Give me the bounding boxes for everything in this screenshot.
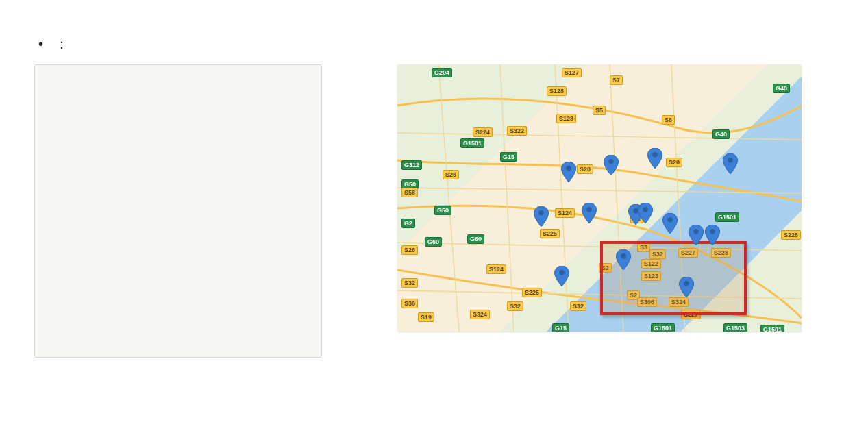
svg-line-5 (397, 133, 802, 140)
map-illustration: G204G40G40G312S127S128S224S322G1501G15G6… (397, 64, 802, 332)
road-shield: S32 (401, 278, 418, 288)
road-shield: S32 (570, 301, 586, 311)
road-shield: G60 (425, 237, 442, 247)
map-pin-icon (679, 277, 694, 297)
road-shield: S6 (662, 115, 675, 125)
road-shield: S124 (486, 264, 506, 274)
svg-point-22 (684, 281, 689, 286)
road-shield: S128 (556, 114, 576, 123)
svg-point-18 (693, 229, 698, 234)
map-pin-icon (705, 225, 720, 245)
svg-line-1 (500, 64, 514, 332)
road-shield: S19 (418, 312, 434, 322)
map-pin-icon (647, 148, 662, 169)
road-shield: G204 (432, 68, 452, 77)
road-shield: S26 (443, 170, 459, 179)
map-pin-icon (662, 213, 678, 234)
road-shield: S324 (470, 310, 490, 319)
road-shield: S58 (401, 188, 418, 197)
road-shield: G1501 (760, 325, 784, 332)
road-shield: G1503 (723, 323, 747, 332)
svg-point-14 (643, 207, 647, 212)
bullet-geo-bounding-box: ： (34, 33, 834, 55)
svg-point-12 (608, 159, 613, 164)
map-pin-icon (554, 266, 569, 286)
map-pin-icon (616, 249, 631, 270)
map-pin-icon (582, 203, 597, 223)
road-shield: S20 (666, 158, 682, 167)
road-shield: G15 (552, 323, 569, 332)
svg-point-20 (621, 253, 625, 258)
road-shield: S322 (507, 126, 527, 136)
svg-point-16 (667, 217, 672, 222)
road-shield: G50 (434, 206, 451, 215)
road-shield: S7 (610, 75, 623, 85)
road-shield: G1501 (460, 138, 484, 148)
road-shield: S36 (401, 299, 418, 308)
road-shield: S225 (522, 288, 542, 297)
road-shield: S20 (577, 164, 593, 174)
map-pin-icon (638, 203, 653, 223)
road-shield: G312 (401, 160, 422, 170)
svg-point-10 (586, 207, 591, 212)
road-shield: S124 (555, 208, 575, 218)
svg-point-11 (538, 210, 543, 215)
road-shield: G15 (500, 152, 517, 162)
road-shield: G60 (467, 234, 484, 244)
road-shield: S224 (473, 127, 493, 137)
road-shield: G1501 (715, 212, 739, 222)
svg-point-19 (710, 229, 715, 234)
road-shield: S32 (507, 301, 523, 311)
svg-point-15 (652, 152, 657, 157)
map-pin-icon (689, 225, 704, 245)
road-shield: S26 (401, 245, 418, 255)
svg-point-17 (728, 158, 732, 162)
svg-point-9 (566, 166, 571, 171)
road-shield: S5 (593, 106, 606, 115)
road-shield: G40 (773, 84, 790, 93)
svg-point-21 (559, 270, 564, 275)
road-shield: G2 (401, 219, 415, 228)
road-shield: S228 (781, 230, 801, 240)
map-pin-icon (604, 155, 619, 175)
map-pin-icon (534, 206, 549, 227)
road-shield: S127 (562, 68, 582, 77)
map-pin-icon (723, 153, 738, 174)
road-shield: G1501 (651, 323, 675, 332)
road-shield: S128 (547, 86, 567, 96)
map-pin-icon (561, 162, 576, 182)
code-block (34, 64, 322, 358)
road-shield: G40 (712, 129, 730, 139)
road-shield: S225 (540, 229, 560, 238)
